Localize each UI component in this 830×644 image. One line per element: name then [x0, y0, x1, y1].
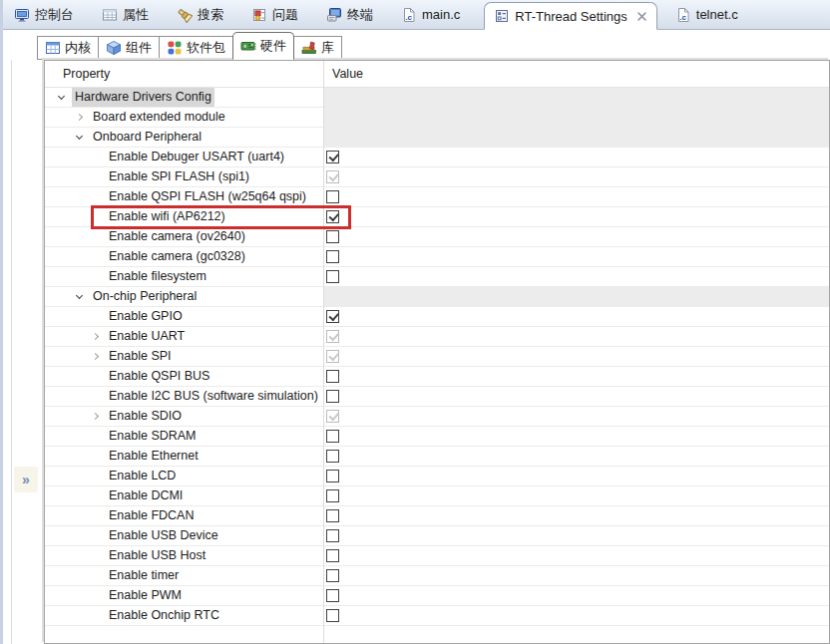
checkbox[interactable]: [326, 489, 339, 502]
checkbox[interactable]: [326, 549, 339, 562]
tree-row-enable-wifi-ap6212[interactable]: Enable wifi (AP6212): [45, 207, 829, 227]
components-icon: [106, 40, 122, 56]
checkbox[interactable]: [326, 470, 339, 483]
checkbox[interactable]: [326, 569, 339, 582]
settings-tab-packages[interactable]: 软件包: [159, 36, 233, 60]
checkbox[interactable]: [326, 509, 339, 522]
tree-row-enable-onchip-rtc[interactable]: Enable Onchip RTC: [45, 606, 829, 626]
column-header-value[interactable]: Value: [332, 67, 363, 81]
checkbox[interactable]: [326, 390, 339, 403]
tree-row-enable-spi-flash-spi1[interactable]: Enable SPI FLASH (spi1): [45, 167, 829, 187]
settings-tab-library[interactable]: 库: [293, 36, 342, 60]
tree-row-enable-dcmi[interactable]: Enable DCMI: [45, 486, 829, 506]
chevron-down-icon[interactable]: [76, 292, 83, 299]
tree-row-enable-qspi-bus[interactable]: Enable QSPI BUS: [45, 367, 829, 387]
row-label: Enable DCMI: [109, 486, 183, 505]
tab-label: 终端: [347, 6, 373, 24]
settings-tabbar: 内核组件软件包硬件库: [0, 30, 830, 60]
editor-tab-console[interactable]: 控制台: [10, 6, 78, 24]
tree-row-enable-camera-gc0328[interactable]: Enable camera (gc0328): [45, 247, 829, 267]
close-icon[interactable]: [636, 11, 647, 22]
chevron-right-icon[interactable]: [92, 333, 99, 340]
checkbox[interactable]: [326, 190, 339, 203]
tree-row-hardware-drivers-config[interactable]: Hardware Drivers Config: [45, 88, 829, 108]
checkbox[interactable]: [326, 370, 339, 383]
tree-row-enable-gpio[interactable]: Enable GPIO: [45, 307, 829, 327]
checkbox[interactable]: [326, 529, 339, 542]
checkbox[interactable]: [326, 151, 339, 163]
category-value-cell: [323, 108, 829, 128]
settings-tab-hardware[interactable]: 硬件: [232, 32, 294, 60]
checkbox[interactable]: [326, 270, 339, 283]
checkbox[interactable]: [326, 310, 339, 323]
tree-row-enable-filesystem[interactable]: Enable filesystem: [45, 267, 829, 287]
editor-tab-properties[interactable]: 属性: [98, 6, 153, 24]
row-label: Enable wifi (AP6212): [109, 207, 225, 226]
tree-row-enable-ethernet[interactable]: Enable Ethernet: [45, 447, 829, 467]
column-divider[interactable]: [323, 61, 324, 643]
tree-row-enable-timer[interactable]: Enable timer: [45, 566, 829, 586]
table-header: Property Value: [45, 61, 829, 88]
column-header-property[interactable]: Property: [63, 67, 110, 81]
row-label: Enable SPI: [109, 347, 172, 366]
chevron-down-icon[interactable]: [76, 133, 83, 140]
row-label: Enable camera (gc0328): [109, 247, 245, 266]
settings-tab-kernel[interactable]: 内核: [37, 36, 99, 60]
hardware-icon: [240, 38, 256, 54]
tree-row-on-chip-peripheral[interactable]: On-chip Peripheral: [45, 287, 829, 307]
checkbox[interactable]: [326, 589, 339, 602]
row-label: Enable QSPI BUS: [109, 367, 209, 386]
editor-tab-rt-thread-settings[interactable]: RT-Thread Settings: [484, 2, 656, 30]
row-label: Enable I2C BUS (software simulation): [109, 387, 318, 406]
tree-row-enable-lcd[interactable]: Enable LCD: [45, 467, 829, 486]
tree-row-enable-usb-device[interactable]: Enable USB Device: [45, 526, 829, 546]
tree-row-enable-i2c-bus-software-simulation[interactable]: Enable I2C BUS (software simulation): [45, 387, 829, 407]
tree-row-enable-fdcan[interactable]: Enable FDCAN: [45, 506, 829, 526]
category-value-cell: [323, 128, 829, 148]
checkbox: [326, 410, 339, 423]
tab-label: 库: [321, 39, 334, 57]
tree-row-enable-spi[interactable]: Enable SPI: [45, 347, 829, 367]
c-file-icon: .c: [401, 7, 417, 23]
restore-panel-button[interactable]: »: [14, 467, 38, 492]
checkbox[interactable]: [326, 210, 339, 223]
row-label: Enable camera (ov2640): [109, 227, 245, 246]
editor-tab-telnet-c[interactable]: .ctelnet.c: [671, 7, 742, 23]
tree-row-enable-sdio[interactable]: Enable SDIO: [45, 407, 829, 427]
tree-row-board-extended-module[interactable]: Board extended module: [45, 108, 829, 128]
tree-row-enable-debuger-usart-uart4[interactable]: Enable Debuger USART (uart4): [45, 148, 829, 167]
library-icon: [301, 40, 317, 56]
tree-row-enable-usb-host[interactable]: Enable USB Host: [45, 546, 829, 566]
table-rows: Hardware Drivers ConfigBoard extended mo…: [45, 88, 829, 626]
category-value-cell: [323, 88, 829, 108]
editor-tab-problems[interactable]: 问题: [247, 6, 302, 24]
checkbox[interactable]: [326, 250, 339, 263]
tree-row-enable-pwm[interactable]: Enable PWM: [45, 586, 829, 606]
editor-tab-main-c[interactable]: .cmain.c: [397, 7, 464, 23]
row-label: Enable SDIO: [109, 407, 182, 426]
row-label: Enable SDRAM: [109, 427, 197, 446]
chevron-right-icon[interactable]: [76, 114, 83, 121]
checkbox[interactable]: [326, 430, 339, 443]
tree-row-enable-sdram[interactable]: Enable SDRAM: [45, 427, 829, 447]
chevron-right-icon[interactable]: [92, 353, 99, 360]
settings-tab-components[interactable]: 组件: [98, 36, 160, 60]
checkbox[interactable]: [326, 230, 339, 243]
tab-label: 组件: [126, 39, 152, 57]
left-rail: »: [0, 60, 44, 644]
tree-row-enable-camera-ov2640[interactable]: Enable camera (ov2640): [45, 227, 829, 247]
checkbox[interactable]: [326, 450, 339, 463]
tab-label: RT-Thread Settings: [515, 9, 626, 24]
chevron-down-icon[interactable]: [58, 93, 65, 100]
tree-row-onboard-peripheral[interactable]: Onboard Peripheral: [45, 128, 829, 148]
checkbox: [326, 170, 339, 183]
checkbox[interactable]: [326, 609, 339, 622]
chevron-right-icon[interactable]: [92, 413, 99, 420]
row-label: Enable PWM: [109, 586, 182, 605]
row-label: Enable timer: [109, 566, 179, 585]
tree-row-enable-uart[interactable]: Enable UART: [45, 327, 829, 347]
tree-row-enable-qspi-flash-w25q64-qspi[interactable]: Enable QSPI FLASH (w25q64 qspi): [45, 187, 829, 207]
tab-label: 内核: [65, 39, 91, 57]
editor-tab-search[interactable]: 搜索: [173, 6, 227, 24]
editor-tab-terminal[interactable]: 终端: [322, 6, 377, 24]
